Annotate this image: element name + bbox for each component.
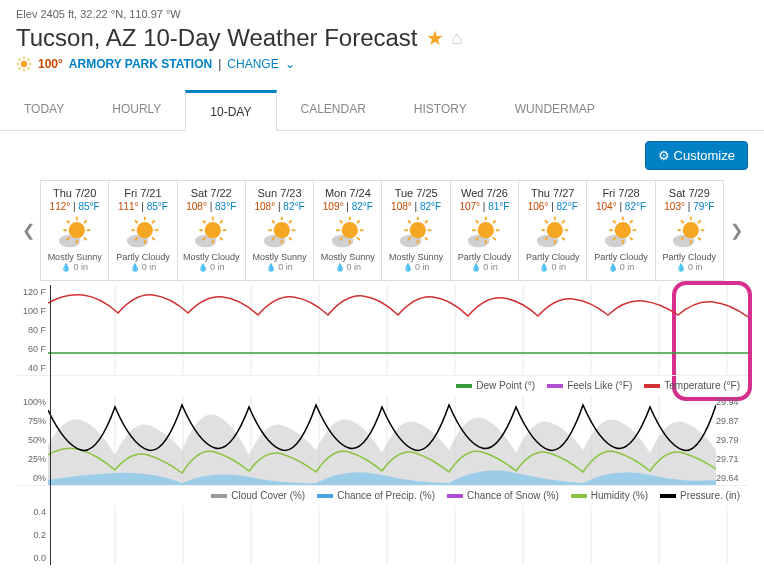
weather-icon [398,214,434,250]
legend-item: Chance of Snow (%) [447,490,559,501]
tabs: TODAY HOURLY 10-DAY CALENDAR HISTORY WUN… [0,90,764,131]
weather-icon [262,214,298,250]
svg-line-16 [84,237,87,240]
day-date: Mon 7/24 [314,187,381,199]
svg-line-55 [340,220,343,223]
drop-icon: 💧 [61,263,71,272]
day-card[interactable]: Tue 7/25108° | 82°FMostly Sunny💧0 in [382,181,450,280]
svg-line-105 [681,220,684,223]
day-date: Sat 7/22 [178,187,245,199]
hi-lo: 109° | 82°F [314,201,381,212]
condition-text: Partly Cloudy [451,252,518,262]
precip-text: 💧0 in [519,262,586,272]
svg-line-38 [220,220,223,223]
tab-history[interactable]: HISTORY [390,90,491,130]
elevation-text: Elev 2405 ft, 32.22 °N, 110.97 °W [16,8,748,20]
day-card[interactable]: Thu 7/27106° | 82°FPartly Cloudy💧0 in [519,181,587,280]
condition-text: Mostly Sunny [41,252,108,262]
svg-point-60 [410,222,426,238]
condition-text: Partly Cloudy [656,252,723,262]
svg-line-78 [493,220,496,223]
condition-text: Mostly Sunny [382,252,449,262]
weather-icon [57,214,93,250]
day-card[interactable]: Wed 7/26107° | 81°FPartly Cloudy💧0 in [451,181,519,280]
page-title: Tucson, AZ 10-Day Weather Forecast [16,24,418,52]
svg-line-56 [357,237,360,240]
drop-icon: 💧 [403,263,413,272]
svg-point-80 [546,222,562,238]
day-date: Sat 7/29 [656,187,723,199]
hi-lo: 106° | 82°F [519,201,586,212]
day-card[interactable]: Mon 7/24109° | 82°FMostly Sunny💧0 in [314,181,382,280]
svg-line-7 [19,68,20,69]
legend-item: Dew Point (°) [456,380,535,391]
humidity-yaxis: 100%75%50%25%0% [16,395,46,485]
svg-line-76 [493,237,496,240]
precip-text: 💧0 in [382,262,449,272]
svg-line-75 [476,220,479,223]
svg-line-66 [425,237,428,240]
day-date: Thu 7/27 [519,187,586,199]
day-date: Sun 7/23 [246,187,313,199]
precip-text: 💧0 in [314,262,381,272]
current-temp: 100° [38,57,63,71]
chevron-down-icon[interactable]: ⌄ [285,57,295,71]
day-card[interactable]: Fri 7/28104° | 82°FPartly Cloudy💧0 in [587,181,655,280]
svg-line-88 [562,220,565,223]
hi-lo: 104° | 82°F [587,201,654,212]
legend-item: Humidity (%) [571,490,648,501]
next-arrow[interactable]: ❯ [724,211,748,251]
hi-lo: 107° | 81°F [451,201,518,212]
precip-yaxis: 0.40.20.0 [16,505,46,565]
drop-icon: 💧 [471,263,481,272]
tab-wundermap[interactable]: WUNDERMAP [491,90,619,130]
day-card[interactable]: Sat 7/22108° | 83°FMostly Cloudy💧0 in [178,181,246,280]
drop-icon: 💧 [676,263,686,272]
change-station-link[interactable]: CHANGE [227,57,278,71]
svg-line-86 [562,237,565,240]
hi-lo: 103° | 79°F [656,201,723,212]
svg-line-18 [84,220,87,223]
tab-today[interactable]: TODAY [0,90,88,130]
favorite-star-icon[interactable]: ★ [426,26,444,50]
tab-10-day[interactable]: 10-DAY [185,90,276,131]
day-card[interactable]: Sat 7/29103° | 79°FPartly Cloudy💧0 in [656,181,723,280]
svg-line-45 [271,220,274,223]
hi-lo: 108° | 83°F [178,201,245,212]
svg-point-30 [205,222,221,238]
tab-calendar[interactable]: CALENDAR [277,90,390,130]
weather-icon [193,214,229,250]
prev-arrow[interactable]: ❮ [16,211,40,251]
svg-line-25 [135,220,138,223]
temp-legend: Dew Point (°)Feels Like (°F)Temperature … [16,376,748,395]
weather-icon [603,214,639,250]
svg-line-8 [28,59,29,60]
condition-text: Partly Cloudy [587,252,654,262]
svg-line-48 [289,220,292,223]
hi-lo: 108° | 82°F [382,201,449,212]
svg-line-28 [152,220,155,223]
tab-hourly[interactable]: HOURLY [88,90,185,130]
home-icon[interactable]: ⌂ [452,28,463,49]
legend-item: Chance of Precip. (%) [317,490,435,501]
days-strip: Thu 7/20112° | 85°FMostly Sunny💧0 inFri … [40,180,724,281]
svg-line-65 [408,220,411,223]
condition-text: Mostly Cloudy [178,252,245,262]
day-date: Wed 7/26 [451,187,518,199]
customize-label: Customize [674,148,735,163]
day-card[interactable]: Sun 7/23108° | 82°FMostly Sunny💧0 in [246,181,314,280]
condition-text: Partly Cloudy [519,252,586,262]
customize-button[interactable]: ⚙ Customize [645,141,748,170]
day-card[interactable]: Fri 7/21111° | 85°FPartly Cloudy💧0 in [109,181,177,280]
svg-line-15 [67,220,70,223]
station-link[interactable]: ARMORY PARK STATION [69,57,212,71]
svg-point-40 [273,222,289,238]
svg-point-90 [615,222,631,238]
day-card[interactable]: Thu 7/20112° | 85°FMostly Sunny💧0 in [41,181,109,280]
day-date: Fri 7/28 [587,187,654,199]
svg-line-96 [630,237,633,240]
svg-point-50 [342,222,358,238]
svg-line-5 [19,59,20,60]
svg-point-20 [137,222,153,238]
svg-line-68 [425,220,428,223]
